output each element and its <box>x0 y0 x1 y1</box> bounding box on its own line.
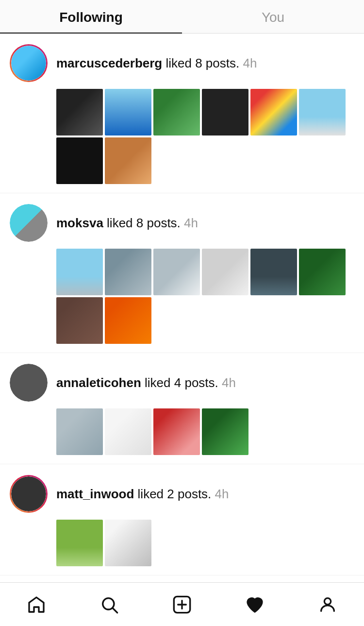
thumbnail[interactable] <box>250 249 297 295</box>
thumbnail[interactable] <box>105 137 151 184</box>
thumbnail[interactable] <box>56 137 103 184</box>
home-icon <box>27 595 46 614</box>
svg-line-1 <box>113 608 117 612</box>
thumbnail[interactable] <box>202 249 248 295</box>
profile-nav-button[interactable] <box>315 592 340 617</box>
thumbnail[interactable] <box>56 297 103 344</box>
activity-header: matt_inwood liked 2 posts. 4h <box>10 475 354 513</box>
thumbnails-grid <box>56 89 354 184</box>
tab-you[interactable]: You <box>182 0 364 33</box>
avatar[interactable] <box>10 204 48 242</box>
thumbnail[interactable] <box>202 89 248 135</box>
tabs-bar: Following You <box>0 0 364 34</box>
svg-point-5 <box>324 598 331 604</box>
thumbnail[interactable] <box>202 408 248 455</box>
tab-following-label: Following <box>59 10 123 25</box>
add-icon <box>172 595 192 614</box>
thumbnail[interactable] <box>299 89 346 135</box>
tab-following[interactable]: Following <box>0 0 182 33</box>
heart-icon <box>245 595 265 614</box>
thumbnails-grid <box>56 249 354 344</box>
thumbnail[interactable] <box>299 249 346 295</box>
bottom-navigation <box>0 582 364 626</box>
thumbnail[interactable] <box>153 408 200 455</box>
avatar[interactable] <box>10 44 48 82</box>
activity-meta: moksva liked 8 posts. 4h <box>56 214 198 232</box>
username[interactable]: matt_inwood <box>56 487 134 501</box>
thumbnail[interactable] <box>153 89 200 135</box>
thumbnails-grid <box>56 408 354 455</box>
likes-nav-button[interactable] <box>243 592 267 617</box>
username[interactable]: annaleticohen <box>56 375 141 390</box>
thumbnails-grid <box>56 520 354 566</box>
activity-header: annaleticohen liked 4 posts. 4h <box>10 364 354 402</box>
profile-icon <box>318 595 337 614</box>
activity-item: moksva liked 8 posts. 4h <box>0 193 364 353</box>
activity-item: annaleticohen liked 4 posts. 4h <box>0 353 364 464</box>
activity-meta: matt_inwood liked 2 posts. 4h <box>56 485 229 503</box>
thumbnail[interactable] <box>56 520 103 566</box>
home-nav-button[interactable] <box>24 592 49 617</box>
thumbnail[interactable] <box>56 408 103 455</box>
thumbnail[interactable] <box>105 89 151 135</box>
avatar[interactable] <box>10 364 48 402</box>
search-icon <box>99 595 119 614</box>
username[interactable]: moksva <box>56 216 103 230</box>
thumbnail[interactable] <box>105 249 151 295</box>
activity-header: marcuscederberg liked 8 posts. 4h <box>10 44 354 82</box>
search-nav-button[interactable] <box>97 592 121 617</box>
activity-meta: annaleticohen liked 4 posts. 4h <box>56 374 236 391</box>
thumbnail[interactable] <box>105 297 151 344</box>
activity-header: moksva liked 8 posts. 4h <box>10 204 354 242</box>
thumbnail[interactable] <box>153 249 200 295</box>
thumbnail[interactable] <box>105 408 151 455</box>
tab-you-label: You <box>262 10 284 25</box>
thumbnail[interactable] <box>105 520 151 566</box>
activity-meta: marcuscederberg liked 8 posts. 4h <box>56 54 257 72</box>
add-nav-button[interactable] <box>170 592 194 617</box>
activity-item: matt_inwood liked 2 posts. 4h <box>0 464 364 575</box>
thumbnail[interactable] <box>56 89 103 135</box>
avatar[interactable] <box>10 475 48 513</box>
thumbnail[interactable] <box>250 89 297 135</box>
activity-feed: marcuscederberg liked 8 posts. 4hmoksva … <box>0 34 364 626</box>
thumbnail[interactable] <box>56 249 103 295</box>
activity-item: marcuscederberg liked 8 posts. 4h <box>0 34 364 193</box>
username[interactable]: marcuscederberg <box>56 56 162 70</box>
